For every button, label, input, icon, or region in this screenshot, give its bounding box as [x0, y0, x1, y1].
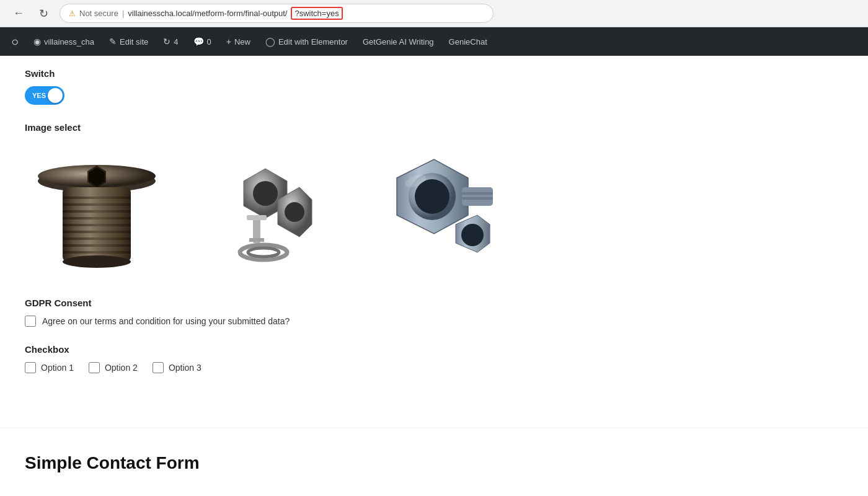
not-secure-label: Not secure — [79, 9, 118, 18]
updates-label: 4 — [174, 37, 178, 46]
security-warning-icon: ⚠ — [69, 9, 76, 18]
getgenie-item[interactable]: GetGenie AI Writing — [356, 27, 440, 56]
new-label: New — [234, 37, 250, 46]
new-plus-icon: + — [226, 37, 231, 46]
gdpr-checkbox-label[interactable]: Agree on our terms and condition for usi… — [42, 316, 290, 326]
svg-rect-11 — [63, 237, 131, 240]
edit-site-label: Edit site — [120, 37, 148, 46]
checkbox-option-1-label: Option 1 — [41, 363, 74, 373]
hardware-image-3 — [360, 144, 502, 274]
main-content: Switch YES Image select — [0, 56, 558, 415]
gdpr-label: GDPR Consent — [25, 298, 533, 308]
svg-rect-13 — [63, 251, 131, 254]
hardware-image-1 — [29, 144, 165, 274]
section-divider — [0, 428, 868, 428]
back-button[interactable]: ← — [10, 5, 27, 22]
image-select-section: Image select — [25, 122, 533, 280]
comments-icon: 💬 — [193, 37, 204, 46]
comments-label: 0 — [207, 37, 211, 46]
svg-point-31 — [461, 224, 484, 246]
svg-point-16 — [253, 181, 278, 206]
checkbox-input-2[interactable] — [89, 362, 100, 373]
address-bar[interactable]: ⚠ Not secure | villainesscha.local/metfo… — [60, 4, 494, 23]
wp-icon: ○ — [11, 35, 19, 49]
svg-rect-28 — [462, 192, 493, 195]
comments-item[interactable]: 💬 0 — [187, 27, 218, 56]
image-option-2[interactable] — [193, 140, 331, 280]
svg-rect-29 — [462, 197, 493, 200]
elementor-label: Edit with Elementor — [278, 37, 348, 46]
svg-rect-12 — [63, 244, 131, 247]
updates-icon: ↻ — [163, 37, 170, 46]
toggle-switch[interactable]: YES — [25, 86, 64, 105]
checkbox-options-row: Option 1 Option 2 Option 3 — [25, 362, 533, 373]
svg-rect-10 — [63, 231, 131, 233]
separator: | — [122, 9, 124, 18]
switch-section: Switch YES — [25, 68, 533, 105]
svg-rect-6 — [63, 203, 131, 206]
edit-site-item[interactable]: ✎ Edit site — [103, 27, 154, 56]
svg-point-23 — [248, 248, 279, 257]
svg-rect-9 — [63, 224, 131, 226]
checkbox-option-1[interactable]: Option 1 — [25, 362, 74, 373]
elementor-icon: ◯ — [265, 37, 275, 46]
url-base: villainesscha.local/metform-form/final-o… — [128, 9, 287, 18]
geniechat-item[interactable]: GenieChat — [443, 27, 494, 56]
svg-rect-8 — [63, 217, 131, 219]
simple-contact-form-title: Simple Contact Form — [0, 453, 868, 473]
site-item[interactable]: ◉ villainess_cha — [27, 27, 100, 56]
hardware-image-2 — [197, 144, 327, 274]
svg-rect-21 — [249, 238, 264, 242]
checkbox-option-3-label: Option 3 — [169, 363, 202, 373]
getgenie-label: GetGenie AI Writing — [363, 37, 434, 46]
new-item[interactable]: + New — [220, 27, 257, 56]
checkbox-option-2-label: Option 2 — [105, 363, 138, 373]
edit-icon: ✎ — [109, 37, 117, 46]
image-select-grid — [25, 140, 533, 280]
checkbox-input-3[interactable] — [153, 362, 164, 373]
checkbox-section: Checkbox Option 1 Option 2 Option 3 — [25, 344, 533, 373]
elementor-item[interactable]: ◯ Edit with Elementor — [259, 27, 354, 56]
toggle-yes-label: YES — [32, 92, 46, 99]
svg-rect-27 — [462, 187, 493, 206]
wp-logo-item[interactable]: ○ — [5, 27, 25, 56]
toggle-container: YES — [25, 86, 533, 105]
gdpr-checkbox[interactable] — [25, 316, 36, 327]
wp-admin-bar: ○ ◉ villainess_cha ✎ Edit site ↻ 4 💬 0 +… — [0, 27, 868, 56]
geniechat-label: GenieChat — [449, 37, 487, 46]
image-option-1[interactable] — [25, 140, 169, 280]
svg-point-18 — [285, 202, 304, 222]
gdpr-section: GDPR Consent Agree on our terms and cond… — [25, 298, 533, 327]
browser-bar: ← ↻ ⚠ Not secure | villainesscha.local/m… — [0, 0, 868, 27]
checkbox-section-label: Checkbox — [25, 344, 533, 355]
gdpr-checkbox-row: Agree on our terms and condition for usi… — [25, 316, 533, 327]
site-icon: ◉ — [33, 37, 41, 46]
toggle-knob — [48, 88, 63, 103]
svg-rect-5 — [63, 197, 131, 199]
checkbox-option-3[interactable]: Option 3 — [153, 362, 202, 373]
image-select-label: Image select — [25, 122, 533, 133]
updates-item[interactable]: ↻ 4 — [157, 27, 184, 56]
switch-label: Switch — [25, 68, 533, 79]
site-label: villainess_cha — [44, 37, 94, 46]
svg-rect-7 — [63, 210, 131, 213]
image-option-3[interactable] — [356, 140, 506, 280]
checkbox-option-2[interactable]: Option 2 — [89, 362, 138, 373]
refresh-button[interactable]: ↻ — [35, 5, 52, 22]
svg-rect-20 — [247, 215, 267, 220]
url-highlight: ?switch=yes — [291, 7, 342, 20]
checkbox-input-1[interactable] — [25, 362, 36, 373]
svg-point-14 — [63, 255, 131, 268]
